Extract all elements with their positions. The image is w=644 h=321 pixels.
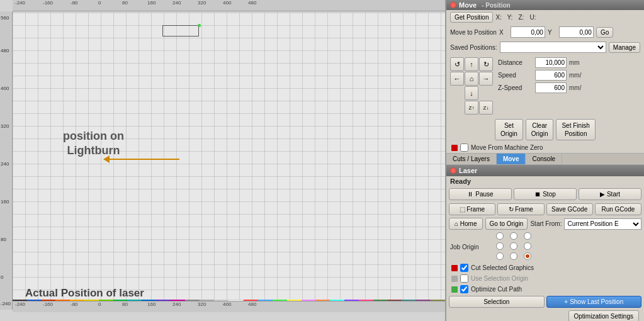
saved-positions-row: Saved Positions: Manage (446, 40, 644, 55)
speed-row: Speed mm/ (498, 70, 640, 81)
ruler-tick: 0 (98, 301, 101, 307)
x-label: X: (495, 14, 504, 21)
jog-home-btn[interactable]: ⌂ (465, 72, 478, 86)
zspeed-input[interactable] (535, 82, 567, 93)
jog-grid: ↺ ↑ ↻ ← ⌂ → ↓ Z↑ Z↓ (450, 57, 493, 115)
zspeed-unit: mm/ (569, 84, 581, 91)
frame1-btn[interactable]: ⬚ Frame (449, 203, 495, 215)
radio-tm[interactable] (510, 232, 517, 240)
z-label: Z: (518, 14, 527, 21)
save-gcode-btn[interactable]: Save GCode (546, 203, 593, 215)
speed-input[interactable] (535, 70, 567, 81)
optimize-cut-indicator (451, 286, 458, 293)
show-last-position-btn[interactable]: + Show Last Position (546, 296, 642, 308)
radio-bm[interactable] (510, 252, 517, 260)
set-origin-btn[interactable]: SetOrigin (495, 119, 523, 140)
ruler-tick: 320 (198, 301, 206, 307)
ruler-tick: 400 (223, 0, 231, 6)
zspeed-label: Z-Speed (498, 84, 533, 91)
ruler-tick: -80 (71, 301, 78, 307)
home-btn[interactable]: ⌂ Home (449, 218, 483, 230)
optimize-cut-checkbox[interactable] (460, 285, 468, 293)
stop-btn[interactable]: ⏹ Stop (514, 188, 577, 200)
arrow-1-head (103, 155, 110, 163)
radio-grid (496, 232, 536, 261)
canvas-annotation-1: position on Lightburn (63, 129, 124, 159)
saved-positions-combo[interactable] (500, 42, 606, 53)
radio-ml[interactable] (496, 242, 504, 250)
use-selection-indicator (451, 276, 458, 282)
cut-selected-row: Cut Selected Graphics (446, 262, 644, 273)
ruler-tick: -80 (71, 0, 78, 6)
tab-move[interactable]: Move (497, 154, 526, 164)
laser-panel-close-btn[interactable] (450, 167, 456, 174)
optimization-settings-btn[interactable]: Optimization Settings (568, 310, 640, 321)
ruler-tick: 400 (223, 301, 231, 307)
distance-input[interactable] (535, 57, 567, 68)
job-origin-section: Job Origin (446, 231, 644, 262)
ruler-tick: 480 (1, 48, 9, 54)
ruler-tick: -240 (15, 301, 25, 307)
jog-down-btn[interactable]: ↓ (465, 86, 478, 100)
use-selection-checkbox[interactable] (460, 274, 468, 283)
run-gcode-btn[interactable]: Run GCode (595, 203, 641, 215)
clear-origin-btn[interactable]: ClearOrigin (526, 119, 554, 140)
set-finish-position-btn[interactable]: Set FinishPosition (556, 119, 595, 140)
start-from-combo[interactable]: Current Position E (564, 218, 641, 230)
ruler-tick: 560 (1, 15, 9, 21)
cut-selected-checkbox[interactable] (460, 264, 468, 272)
move-to-position-label: Move to Position (450, 29, 497, 36)
ruler-tick: 400 (1, 86, 9, 91)
go-btn[interactable]: Go (596, 27, 613, 38)
go-to-origin-btn[interactable]: Go to Origin (485, 218, 528, 230)
ruler-tick: 80 (1, 237, 6, 242)
ruler-tick: 320 (1, 123, 9, 129)
y-position-input[interactable] (559, 26, 594, 38)
radio-tr[interactable] (524, 232, 531, 240)
ruler-tick: 80 (122, 301, 128, 307)
laser-status: Ready (446, 176, 644, 186)
move-from-machine-zero-checkbox[interactable] (460, 144, 468, 152)
move-panel-titlebar: Move - Position (446, 0, 644, 10)
get-position-btn[interactable]: Get Position (450, 12, 493, 23)
jog-zdown-btn[interactable]: Z↓ (479, 101, 493, 115)
ruler-tick: 0 (1, 274, 3, 280)
x-position-input[interactable] (511, 26, 545, 38)
jog-zup-btn[interactable]: Z↑ (465, 101, 478, 115)
jog-empty-4l (450, 101, 464, 115)
pause-icon: ⏸ (467, 191, 473, 198)
frame2-btn[interactable]: ↻ Frame (497, 203, 544, 215)
home-icon: ⌂ (455, 220, 458, 227)
laser-panel-title: Laser (459, 167, 477, 174)
use-selection-label: Use Selection Origin (471, 275, 528, 282)
move-to-position-row: Move to Position X Y Go (446, 25, 644, 40)
radio-mm[interactable] (510, 242, 517, 250)
ruler-tick: 160 (1, 199, 9, 205)
tab-cuts-layers[interactable]: Cuts / Layers (446, 154, 497, 164)
selection-btn[interactable]: Selection (449, 296, 545, 308)
pause-btn[interactable]: ⏸ Pause (449, 188, 512, 200)
ruler-tick: 0 (98, 0, 101, 6)
radio-mr[interactable] (524, 242, 531, 250)
tab-console[interactable]: Console (526, 154, 562, 164)
radio-tl[interactable] (496, 232, 504, 240)
move-from-machine-zero-label: Move From Machine Zero (471, 144, 543, 151)
jog-right-btn[interactable]: → (479, 72, 493, 86)
jog-cw-btn[interactable]: ↻ (479, 57, 493, 71)
ruler-bottom: -240 -160 -80 0 80 160 240 320 400 480 (13, 301, 445, 312)
radio-br[interactable] (524, 252, 531, 260)
optimize-cut-row: Optimize Cut Path (446, 284, 644, 295)
jog-left-btn[interactable]: ← (450, 72, 464, 86)
frame-row: ⬚ Frame ↻ Frame Save GCode Run GCode (446, 202, 644, 217)
ruler-tick: 80 (122, 0, 128, 6)
start-btn[interactable]: ▶ Start (579, 188, 641, 200)
jog-ccw-btn[interactable]: ↺ (450, 57, 464, 71)
move-machine-zero-indicator (451, 145, 458, 151)
arrow-1 (104, 159, 179, 160)
ruler-tick: 160 (147, 0, 155, 6)
radio-bl[interactable] (496, 252, 504, 260)
move-panel-close-btn[interactable] (450, 2, 456, 8)
manage-btn[interactable]: Manage (609, 42, 640, 53)
start-from-label: Start From: (530, 220, 562, 227)
jog-up-btn[interactable]: ↑ (465, 57, 478, 71)
